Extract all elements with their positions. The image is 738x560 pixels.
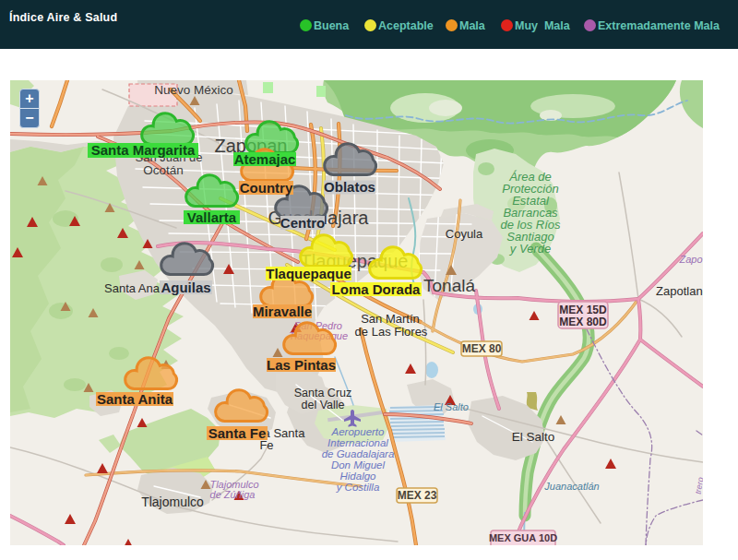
svg-text:Centro: Centro — [280, 215, 325, 231]
svg-text:MEX 15D: MEX 15D — [559, 304, 607, 316]
svg-text:Santa Ana: Santa Ana — [104, 281, 161, 295]
svg-text:Oblatos: Oblatos — [324, 179, 375, 195]
svg-text:Santa Fe: Santa Fe — [208, 425, 267, 441]
svg-text:MEX GUA 10D: MEX GUA 10D — [489, 532, 557, 543]
svg-text:Tonalá: Tonalá — [423, 276, 475, 295]
svg-text:de Zúñiga: de Zúñiga — [210, 489, 256, 500]
svg-text:Santa Anita: Santa Anita — [97, 391, 173, 407]
svg-text:Santa Cruz: Santa Cruz — [294, 387, 352, 399]
svg-text:del Valle: del Valle — [301, 399, 344, 411]
svg-text:El Salto: El Salto — [434, 401, 469, 412]
svg-text:Tlaquepaque: Tlaquepaque — [266, 266, 351, 281]
svg-text:Hidalgo: Hidalgo — [340, 471, 377, 482]
svg-text:Zapo: Zapo — [678, 254, 702, 265]
svg-text:Aeropuerto: Aeropuerto — [331, 426, 386, 437]
svg-text:El Salto: El Salto — [512, 430, 555, 444]
svg-text:MEX 80: MEX 80 — [462, 342, 502, 355]
svg-text:MEX 80D: MEX 80D — [559, 316, 607, 328]
svg-text:Nuevo México: Nuevo México — [154, 83, 233, 97]
svg-text:de Las Flores: de Las Flores — [355, 325, 428, 339]
svg-text:Country: Country — [240, 180, 293, 196]
svg-text:Vallarta: Vallarta — [187, 209, 237, 225]
svg-text:Santa Margarita: Santa Margarita — [91, 142, 196, 158]
svg-text:Loma Dorada: Loma Dorada — [332, 281, 422, 297]
svg-text:MEX 23: MEX 23 — [398, 489, 437, 502]
svg-text:Las Pintas: Las Pintas — [267, 357, 336, 373]
svg-text:Zapotlane: Zapotlane — [656, 284, 703, 298]
svg-text:y Costilla: y Costilla — [336, 482, 380, 493]
svg-text:Aguilas: Aguilas — [161, 280, 210, 295]
svg-text:Internacional: Internacional — [327, 437, 388, 448]
svg-text:Coyula: Coyula — [446, 227, 483, 241]
svg-text:Tlajomulco: Tlajomulco — [141, 494, 204, 509]
svg-text:y Verde: y Verde — [509, 242, 551, 256]
svg-text:Juanacatlán: Juanacatlán — [543, 481, 599, 492]
svg-text:Miravalle: Miravalle — [253, 304, 312, 319]
svg-text:Atemajac: Atemajac — [234, 151, 296, 167]
svg-text:San Martín: San Martín — [361, 312, 420, 326]
svg-text:Don Miguel: Don Miguel — [331, 459, 386, 471]
svg-text:Ocotán: Ocotán — [143, 163, 184, 177]
svg-text:de Guadalajara: de Guadalajara — [322, 448, 395, 459]
